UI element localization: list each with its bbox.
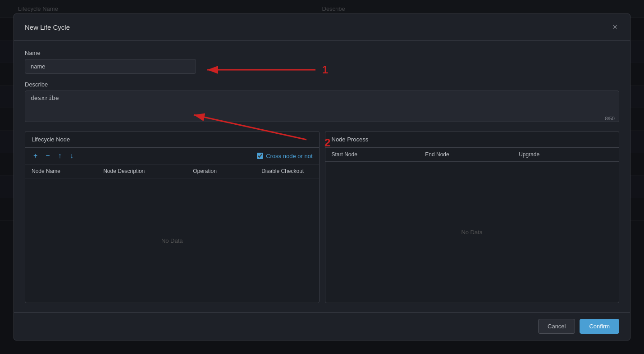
lifecycle-node-table-header: Node Name Node Description Operation Dis… (25, 164, 319, 178)
lifecycle-no-data: No Data (161, 237, 183, 244)
char-count: 8/50 (605, 116, 615, 121)
cancel-button[interactable]: Cancel (538, 319, 575, 334)
describe-textarea-wrapper: desxribe 8/50 (25, 91, 619, 124)
modal-body: Name Describe desxribe 8/50 Lifecycle No… (14, 41, 630, 312)
name-field-group: Name (25, 50, 619, 74)
lifecycle-node-body: No Data (25, 178, 319, 303)
disable-checkout-col-header: Disable Checkout (253, 168, 313, 174)
name-label: Name (25, 50, 619, 56)
panels-row: Lifecycle Node + − ↑ ↓ Cross node or not… (25, 131, 619, 303)
new-lifecycle-modal: New Life Cycle × Name Describe desxribe … (14, 14, 630, 340)
describe-field-group: Describe desxribe 8/50 (25, 81, 619, 124)
node-process-table-header: Start Node End Node Upgrade (325, 148, 619, 162)
modal-close-button[interactable]: × (611, 21, 619, 33)
lifecycle-node-panel: Lifecycle Node + − ↑ ↓ Cross node or not… (25, 131, 320, 303)
node-process-body: No Data (325, 162, 619, 303)
remove-node-button[interactable]: − (44, 151, 51, 160)
modal-title: New Life Cycle (25, 23, 70, 31)
move-down-button[interactable]: ↓ (68, 151, 75, 160)
modal-header: New Life Cycle × (14, 14, 630, 41)
add-node-button[interactable]: + (32, 151, 39, 160)
node-process-no-data: No Data (461, 229, 483, 236)
node-name-col-header: Node Name (32, 168, 103, 174)
modal-footer: Cancel Confirm (14, 312, 630, 340)
cross-node-wrapper: Cross node or not (257, 153, 312, 159)
start-node-col-header: Start Node (332, 151, 425, 158)
describe-label: Describe (25, 81, 619, 88)
node-process-header-label: Node Process (325, 132, 619, 148)
name-input[interactable] (25, 59, 196, 74)
end-node-col-header: End Node (425, 151, 519, 158)
describe-textarea[interactable]: desxribe (25, 91, 619, 122)
node-desc-col-header: Node Description (103, 168, 193, 174)
cross-node-label[interactable]: Cross node or not (266, 153, 312, 159)
node-process-panel: Node Process Start Node End Node Upgrade… (325, 131, 620, 303)
move-up-button[interactable]: ↑ (56, 151, 64, 160)
upgrade-col-header: Upgrade (519, 151, 612, 158)
lifecycle-node-header: Lifecycle Node (25, 132, 319, 148)
operation-col-header: Operation (193, 168, 253, 174)
confirm-button[interactable]: Confirm (580, 319, 619, 334)
cross-node-checkbox[interactable] (257, 153, 263, 159)
lifecycle-node-toolbar: + − ↑ ↓ Cross node or not (25, 148, 319, 164)
